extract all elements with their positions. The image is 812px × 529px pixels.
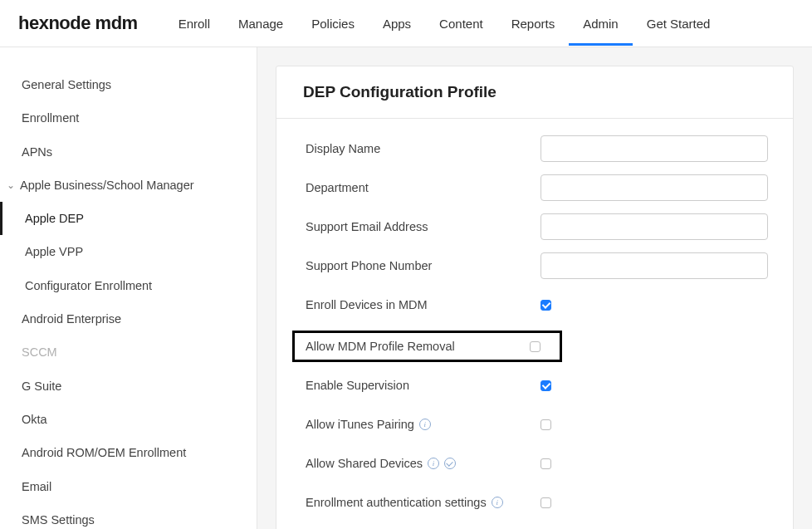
main-container: General SettingsEnrollmentAPNs⌄Apple Bus…	[0, 47, 812, 529]
form-row-allow-itunes-pairing: Allow iTunes Pairingi	[306, 411, 768, 438]
nav-tab-apps[interactable]: Apps	[369, 2, 425, 46]
chevron-down-icon: ⌄	[7, 179, 20, 193]
sidebar-item-apple-business-school-manager[interactable]: ⌄Apple Business/School Manager	[0, 169, 257, 202]
sidebar: General SettingsEnrollmentAPNs⌄Apple Bus…	[0, 47, 257, 529]
nav-tab-enroll[interactable]: Enroll	[164, 2, 224, 46]
sidebar-item-android-rom-oem-enrollment[interactable]: Android ROM/OEM Enrollment	[0, 436, 257, 469]
sidebar-item-label: Android Enterprise	[22, 311, 121, 327]
enable-supervision-checkbox[interactable]	[541, 380, 551, 391]
sidebar-item-label: Apple Business/School Manager	[20, 177, 194, 193]
allow-itunes-pairing-checkbox[interactable]	[541, 419, 551, 430]
support-phone-number-input[interactable]	[541, 252, 768, 279]
sidebar-item-label: Android ROM/OEM Enrollment	[22, 444, 186, 461]
form-label: Enrollment authentication settingsi	[306, 496, 541, 509]
sidebar-item-label: Okta	[22, 411, 47, 428]
nav-tab-admin[interactable]: Admin	[569, 2, 633, 46]
dep-config-panel: DEP Configuration Profile Display NameDe…	[276, 66, 794, 529]
form-label: Allow Shared Devicesi	[306, 457, 541, 470]
nav-tab-manage[interactable]: Manage	[224, 2, 297, 46]
form-area: Display NameDepartmentSupport Email Addr…	[276, 119, 793, 529]
sidebar-item-label: G Suite	[22, 378, 61, 394]
form-row-support-email-address: Support Email Address	[306, 213, 768, 240]
sidebar-item-email[interactable]: Email	[0, 470, 257, 503]
info-icon[interactable]: i	[492, 497, 503, 508]
allow-mdm-profile-removal-checkbox[interactable]	[530, 341, 541, 352]
sidebar-item-label: APNs	[22, 144, 52, 160]
sidebar-item-sccm: SCCM	[0, 336, 257, 369]
sidebar-item-label: Apple DEP	[25, 210, 84, 227]
info-icon[interactable]: i	[419, 419, 431, 430]
department-input[interactable]	[541, 174, 768, 201]
content-area: DEP Configuration Profile Display NameDe…	[257, 47, 812, 529]
sidebar-item-label: Configurator Enrollment	[25, 277, 152, 294]
sidebar-item-label: Email	[22, 478, 51, 495]
form-row-enroll-devices-in-mdm: Enroll Devices in MDM	[306, 291, 768, 318]
allow-shared-devices-checkbox[interactable]	[541, 458, 551, 469]
enroll-devices-in-mdm-checkbox[interactable]	[541, 300, 551, 311]
sidebar-item-label: Apple VPP	[25, 243, 83, 260]
sidebar-item-android-enterprise[interactable]: Android Enterprise	[0, 302, 257, 336]
checkmark-icon[interactable]	[444, 458, 456, 469]
nav-tab-get-started[interactable]: Get Started	[633, 2, 725, 46]
sidebar-item-label: SMS Settings	[22, 512, 95, 528]
sidebar-item-label: General Settings	[22, 76, 111, 93]
sidebar-item-enrollment[interactable]: Enrollment	[0, 101, 257, 135]
form-label: Enroll Devices in MDM	[306, 298, 541, 311]
form-row-support-phone-number: Support Phone Number	[306, 252, 768, 279]
nav-tab-reports[interactable]: Reports	[497, 2, 570, 46]
nav-tab-content[interactable]: Content	[425, 2, 497, 46]
enrollment-authentication-settings-checkbox[interactable]	[541, 497, 551, 508]
nav-tabs: EnrollManagePoliciesAppsContentReportsAd…	[164, 2, 725, 46]
panel-title: DEP Configuration Profile	[276, 66, 793, 119]
form-row-allow-shared-devices: Allow Shared Devicesi	[306, 450, 768, 477]
form-label: Allow MDM Profile Removal	[295, 340, 530, 353]
info-icon[interactable]: i	[428, 458, 439, 469]
sidebar-item-apns[interactable]: APNs	[0, 135, 257, 169]
nav-tab-policies[interactable]: Policies	[297, 2, 369, 46]
support-email-address-input[interactable]	[541, 213, 768, 240]
display-name-input[interactable]	[541, 135, 768, 162]
form-label: Department	[306, 181, 541, 194]
form-row-department: Department	[306, 174, 768, 201]
form-label: Allow iTunes Pairingi	[306, 418, 541, 431]
form-row-enrollment-authentication-settings: Enrollment authentication settingsi	[306, 489, 768, 516]
form-row-allow-mdm-profile-removal: Allow MDM Profile Removal	[292, 331, 562, 362]
sidebar-item-label: SCCM	[22, 344, 57, 360]
top-navbar: hexnode mdm EnrollManagePoliciesAppsCont…	[0, 0, 812, 47]
form-label: Enable Supervision	[306, 379, 541, 392]
sidebar-item-okta[interactable]: Okta	[0, 403, 257, 436]
form-row-enable-supervision: Enable Supervision	[306, 372, 768, 399]
sidebar-item-apple-dep[interactable]: Apple DEP	[0, 202, 257, 235]
form-label: Support Phone Number	[306, 259, 541, 272]
form-row-display-name: Display Name	[306, 135, 768, 162]
sidebar-item-g-suite[interactable]: G Suite	[0, 370, 257, 403]
sidebar-item-label: Enrollment	[22, 110, 79, 126]
sidebar-item-sms-settings[interactable]: SMS Settings	[0, 503, 257, 529]
sidebar-item-apple-vpp[interactable]: Apple VPP	[0, 235, 257, 268]
sidebar-item-general-settings[interactable]: General Settings	[0, 68, 257, 101]
sidebar-item-configurator-enrollment[interactable]: Configurator Enrollment	[0, 269, 257, 302]
form-label: Display Name	[306, 142, 541, 155]
logo: hexnode mdm	[18, 12, 138, 34]
form-label: Support Email Address	[306, 220, 541, 233]
